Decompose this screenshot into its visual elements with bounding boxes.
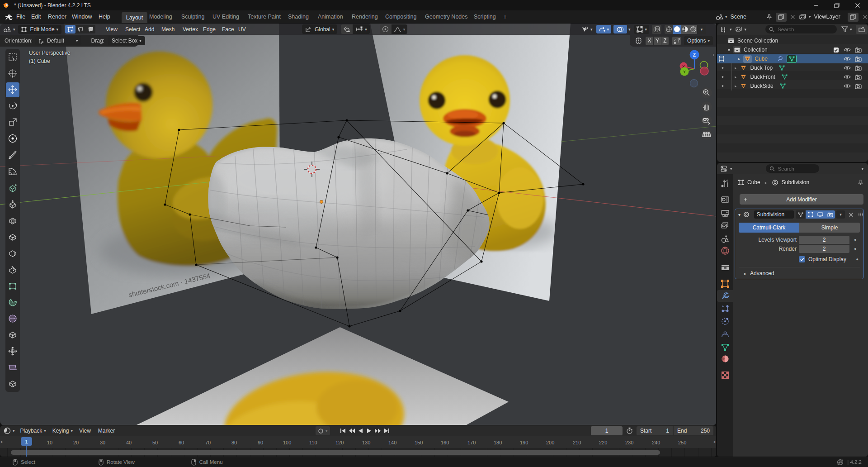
svg-text:Z: Z [693,52,696,57]
svg-text:‹: ‹ [712,52,714,58]
svg-text:Y: Y [683,70,686,74]
